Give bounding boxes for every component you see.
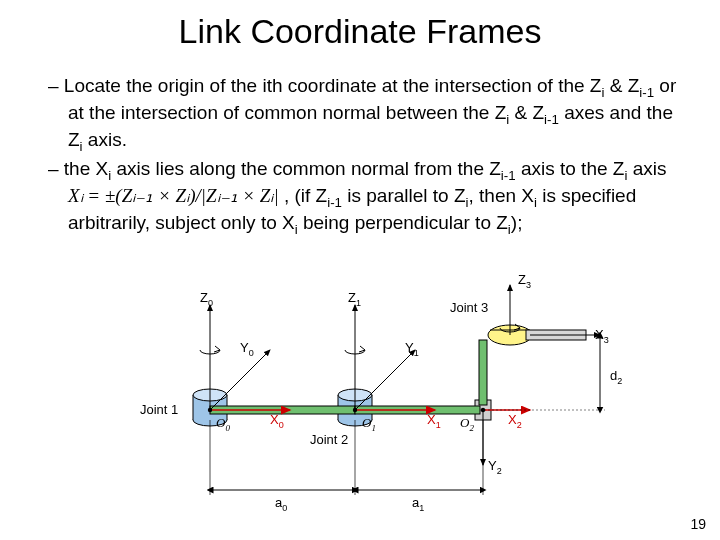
formula: Xᵢ = ±(Zᵢ₋₁ × Zᵢ)/|Zᵢ₋₁ × Zᵢ|	[68, 185, 279, 206]
kinematic-diagram: Z0 Z1 Z3 Y0 Y1 Y2 X0 X1 X2 X3 d2 a0 a1 O…	[130, 280, 690, 520]
label-y0: Y0	[240, 340, 254, 358]
page-title: Link Coordinate Frames	[0, 12, 720, 51]
svg-rect-23	[479, 340, 487, 405]
label-z3: Z3	[518, 272, 531, 290]
label-z0: Z0	[200, 290, 213, 308]
b2-t2: axis lies along the common normal from t…	[111, 158, 501, 179]
svg-point-33	[208, 408, 212, 412]
b1-t1: – Locate the origin of the ith coordinat…	[48, 75, 601, 96]
bullet-1: – Locate the origin of the ith coordinat…	[48, 74, 682, 155]
b2-t5: , (if Z	[279, 185, 328, 206]
svg-point-34	[353, 408, 357, 412]
label-x2: X2	[508, 412, 522, 430]
b2-t9: being perpendicular to Z	[298, 212, 508, 233]
label-x3: X3	[595, 327, 609, 345]
label-joint1: Joint 1	[140, 402, 178, 417]
bullet-list: – Locate the origin of the ith coordinat…	[48, 74, 682, 238]
b2-t1: – the X	[48, 158, 108, 179]
label-z1: Z1	[348, 290, 361, 308]
label-o1: O1	[362, 415, 376, 433]
b1-t6: axis.	[83, 129, 127, 150]
label-d2: d2	[610, 368, 622, 386]
b1-t4: & Z	[509, 102, 544, 123]
label-y2: Y2	[488, 458, 502, 476]
label-a1: a1	[412, 495, 424, 513]
b2-t4: axis	[627, 158, 666, 179]
label-o0: O0	[216, 415, 230, 433]
b2-t7: , then X	[469, 185, 535, 206]
b2-t6: is parallel to Z	[342, 185, 466, 206]
label-a0: a0	[275, 495, 287, 513]
label-joint2: Joint 2	[310, 432, 348, 447]
b1-t2: & Z	[604, 75, 639, 96]
bullet-2: – the Xi axis lies along the common norm…	[48, 157, 682, 238]
page-number: 19	[690, 516, 706, 532]
svg-line-19	[355, 350, 415, 410]
label-x0: X0	[270, 412, 284, 430]
svg-point-35	[481, 408, 485, 412]
b2-t10: );	[511, 212, 523, 233]
label-y1: Y1	[405, 340, 419, 358]
svg-line-16	[210, 350, 270, 410]
label-x1: X1	[427, 412, 441, 430]
b2-t3: axis to the Z	[516, 158, 625, 179]
label-o2: O2	[460, 415, 474, 433]
label-joint3: Joint 3	[450, 300, 488, 315]
